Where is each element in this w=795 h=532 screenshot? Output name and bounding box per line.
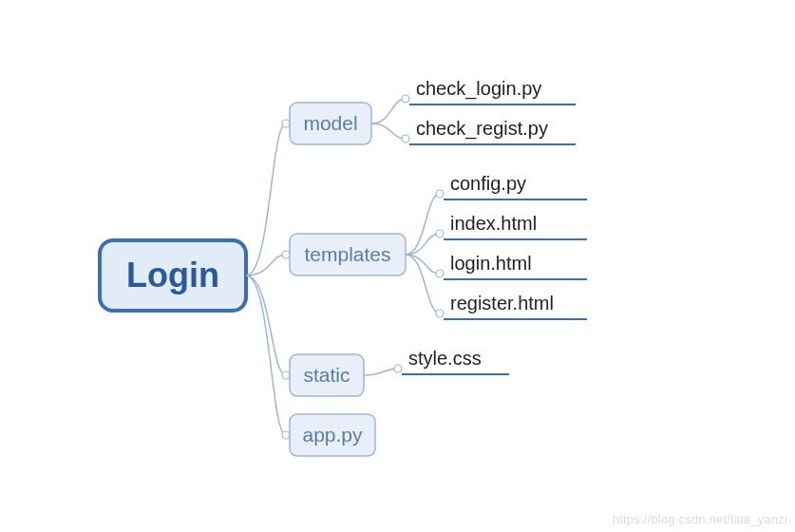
svg-point-3 (282, 371, 290, 379)
svg-point-11 (436, 190, 444, 198)
svg-point-2 (282, 251, 290, 258)
static-connectors (364, 365, 402, 375)
root-label: Login (126, 256, 219, 294)
svg-point-20 (394, 365, 402, 372)
node-app-label: app.py (302, 424, 363, 446)
leaf-index: index.html (444, 213, 587, 239)
model-connectors (371, 95, 409, 142)
templates-connectors (406, 190, 444, 317)
mindmap-diagram: Login model check_login.py check_regist.… (0, 0, 795, 532)
leaf-index-label: index.html (450, 213, 537, 234)
root-connectors (246, 120, 290, 439)
leaf-check-regist: check_regist.py (409, 118, 576, 144)
root-node: Login (100, 240, 246, 311)
leaf-check-login-label: check_login.py (416, 78, 541, 100)
leaf-config: config.py (444, 173, 587, 200)
svg-point-7 (402, 135, 409, 142)
svg-point-6 (402, 95, 409, 103)
svg-point-1 (282, 120, 290, 127)
node-templates: templates (290, 234, 406, 276)
leaf-login: login.html (444, 253, 587, 279)
svg-point-4 (282, 431, 290, 439)
svg-point-14 (436, 310, 444, 317)
node-model-label: model (303, 112, 357, 134)
node-templates-label: templates (304, 243, 390, 265)
leaf-register: register.html (444, 293, 587, 319)
leaf-style: style.css (402, 348, 509, 374)
node-model: model (290, 103, 371, 144)
node-static-label: static (303, 364, 350, 386)
leaf-check-login: check_login.py (409, 78, 576, 104)
svg-point-12 (436, 230, 444, 238)
svg-point-13 (436, 270, 444, 277)
leaf-style-label: style.css (408, 348, 482, 369)
leaf-check-regist-label: check_regist.py (416, 118, 548, 140)
node-app: app.py (290, 414, 375, 456)
watermark: https://blog.csdn.net/lala_yanzi (613, 512, 787, 526)
leaf-login-label: login.html (450, 253, 532, 274)
node-static: static (290, 354, 364, 396)
leaf-register-label: register.html (450, 293, 554, 314)
leaf-config-label: config.py (450, 173, 526, 194)
